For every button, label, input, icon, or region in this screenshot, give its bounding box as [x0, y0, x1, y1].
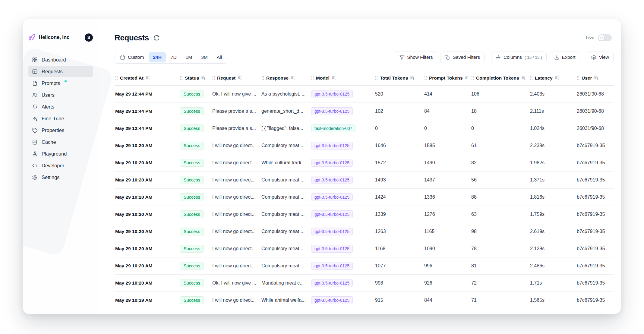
- completion-tokens-cell: 72: [471, 274, 529, 291]
- latency-cell: 1.371s: [529, 171, 576, 188]
- sort-icon[interactable]: [410, 76, 415, 80]
- user-cell: b7c67919-35: [576, 291, 614, 309]
- sidebar-item-settings[interactable]: Settings: [28, 172, 93, 183]
- sidebar-item-prompts[interactable]: Prompts: [28, 77, 93, 89]
- model-cell: gpt-3.5-turbo-0125: [311, 291, 374, 309]
- column-header-response[interactable]: Response: [261, 71, 311, 85]
- table-row[interactable]: May 29 10:20 AM Success I will now go di…: [115, 171, 614, 188]
- sidebar-item-cache[interactable]: Cache: [28, 136, 93, 148]
- model-cell: gpt-3.5-turbo-0125: [311, 171, 374, 188]
- time-filter-custom[interactable]: Custom: [116, 52, 148, 62]
- completion-tokens-cell: 106: [471, 85, 529, 102]
- table-row[interactable]: May 29 12:44 PM Success Ok, I will now g…: [115, 85, 614, 102]
- drag-handle-icon[interactable]: [471, 76, 474, 80]
- table-row[interactable]: May 29 10:20 AM Success I will now go di…: [115, 240, 614, 257]
- sort-icon[interactable]: [238, 76, 242, 80]
- user-cell: 26031f90-68: [576, 85, 614, 102]
- completion-tokens-cell: 98: [471, 223, 529, 240]
- drag-handle-icon[interactable]: [311, 76, 314, 80]
- sort-icon[interactable]: [291, 76, 295, 80]
- prompt-tokens-cell: 0: [424, 120, 471, 137]
- table-row[interactable]: May 29 10:20 AM Success Ok, I will now g…: [115, 274, 614, 291]
- toolbar: Show Filters Saved Filters Columns ( 15 …: [395, 52, 614, 63]
- show-filters-button[interactable]: Show Filters: [395, 52, 437, 63]
- sort-icon[interactable]: [465, 76, 468, 80]
- sort-icon[interactable]: [521, 76, 526, 80]
- sort-icon[interactable]: [555, 76, 560, 80]
- column-header-created_at[interactable]: Created At: [115, 71, 179, 85]
- sort-icon[interactable]: [594, 76, 599, 80]
- model-cell: gpt-3.5-turbo-0125: [311, 102, 374, 120]
- request-cell: I will now go direct...: [212, 223, 261, 240]
- export-button[interactable]: Export: [550, 52, 580, 63]
- model-badge: gpt-3.5-turbo-0125: [311, 296, 353, 304]
- properties-icon: [32, 128, 38, 133]
- drag-handle-icon[interactable]: [261, 76, 264, 80]
- status-cell: Success: [179, 137, 212, 154]
- time-filter-3m[interactable]: 3M: [197, 52, 212, 62]
- user-cell: b7c67919-35: [576, 206, 614, 223]
- model-cell: gpt-3.5-turbo-0125: [311, 206, 374, 223]
- user-cell: 26031f90-68: [576, 102, 614, 120]
- table-row[interactable]: May 29 10:20 AM Success I will now go di…: [115, 223, 614, 240]
- total-tokens-cell: 998: [374, 274, 424, 291]
- created-at-cell: May 29 10:20 AM: [115, 274, 179, 291]
- drag-handle-icon[interactable]: [424, 76, 427, 80]
- table-row[interactable]: May 29 10:19 AM Success I will now go di…: [115, 291, 614, 309]
- table-row[interactable]: May 29 12:44 PM Success Please provide a…: [115, 120, 614, 137]
- sort-icon[interactable]: [146, 76, 150, 80]
- prompt-tokens-cell: 1585: [424, 137, 471, 154]
- sort-icon[interactable]: [332, 76, 336, 80]
- time-filter-all[interactable]: All: [213, 52, 226, 62]
- column-header-status[interactable]: Status: [179, 71, 212, 85]
- column-header-model[interactable]: Model: [311, 71, 374, 85]
- users-icon: [32, 92, 38, 98]
- column-header-user[interactable]: User: [576, 71, 614, 85]
- view-button[interactable]: View: [587, 52, 614, 63]
- live-toggle[interactable]: [598, 34, 612, 41]
- model-badge: gpt-3.5-turbo-0125: [311, 142, 353, 150]
- avatar[interactable]: S: [85, 33, 93, 42]
- sidebar-item-properties[interactable]: Properties: [28, 124, 93, 136]
- drag-handle-icon[interactable]: [375, 76, 378, 80]
- table-row[interactable]: May 29 10:20 AM Success I will now go di…: [115, 137, 614, 154]
- column-header-total_tokens[interactable]: Total Tokens: [374, 71, 424, 85]
- time-filter-7d[interactable]: 7D: [166, 52, 181, 62]
- sort-icon[interactable]: [201, 76, 206, 80]
- time-filter-1m[interactable]: 1M: [182, 52, 197, 62]
- table-row[interactable]: May 29 12:44 PM Success Please provide a…: [115, 102, 614, 120]
- column-header-completion_tokens[interactable]: Completion Tokens: [471, 71, 529, 85]
- drag-handle-icon[interactable]: [212, 76, 215, 80]
- user-cell: b7c67919-35: [576, 257, 614, 274]
- settings-icon: [32, 175, 38, 180]
- saved-filters-button[interactable]: Saved Filters: [440, 52, 484, 63]
- status-cell: Success: [179, 102, 212, 120]
- response-cell: Compulsory meat ...: [261, 223, 311, 240]
- status-badge: Success: [180, 245, 204, 253]
- sidebar-item-alerts[interactable]: Alerts: [28, 101, 93, 112]
- drag-handle-icon[interactable]: [577, 76, 579, 80]
- column-header-latency[interactable]: Latency: [529, 71, 576, 85]
- sidebar-item-requests[interactable]: Requests: [28, 66, 93, 77]
- sidebar-item-dashboard[interactable]: Dashboard: [28, 54, 93, 65]
- table-row[interactable]: May 29 10:20 AM Success I will now go di…: [115, 206, 614, 223]
- status-badge: Success: [180, 124, 204, 132]
- refresh-icon[interactable]: [153, 35, 160, 41]
- sidebar-item-playground[interactable]: Playground: [28, 148, 93, 159]
- status-badge: Success: [180, 228, 204, 235]
- column-header-request[interactable]: Request: [212, 71, 261, 85]
- table-row[interactable]: May 29 10:20 AM Success I will now go di…: [115, 257, 614, 274]
- time-filter-24h[interactable]: 24H: [149, 52, 166, 62]
- columns-button[interactable]: Columns ( 15 / 15 ): [491, 52, 547, 63]
- table-row[interactable]: May 29 10:20 AM Success I will now go di…: [115, 188, 614, 206]
- column-header-prompt_tokens[interactable]: Prompt Tokens: [424, 71, 471, 85]
- drag-handle-icon[interactable]: [180, 76, 183, 80]
- drag-handle-icon[interactable]: [530, 76, 533, 80]
- sidebar-item-fine-tune[interactable]: Fine-Tune: [28, 113, 93, 124]
- sidebar-item-developer[interactable]: Developer: [28, 160, 93, 171]
- sidebar-item-users[interactable]: Users: [28, 89, 93, 101]
- response-cell: While animal welfa...: [261, 291, 311, 309]
- status-cell: Success: [179, 274, 212, 291]
- drag-handle-icon[interactable]: [115, 76, 118, 80]
- table-row[interactable]: May 29 10:20 AM Success I will now go di…: [115, 154, 614, 171]
